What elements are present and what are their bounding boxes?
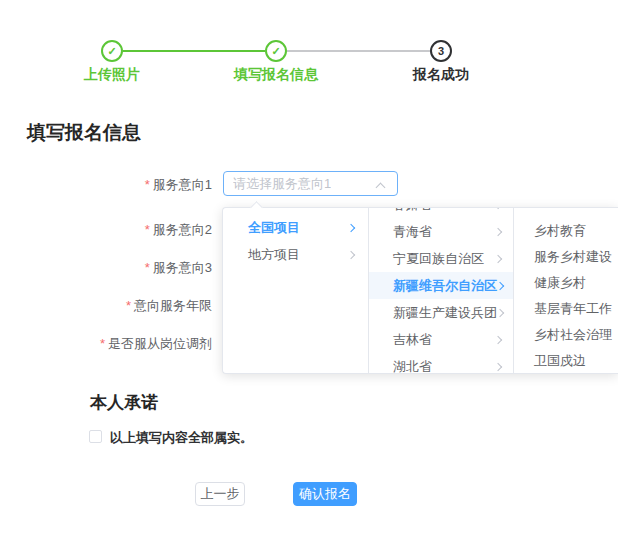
menu-item-border-defense[interactable]: 卫国戍边 bbox=[514, 348, 618, 373]
check-icon: ✓ bbox=[271, 46, 280, 57]
stepper-connector-1 bbox=[123, 50, 265, 52]
menu-item-xinjiang-corps[interactable]: 新疆生产建设兵团 bbox=[369, 299, 513, 326]
chevron-right-icon bbox=[494, 227, 502, 235]
menu-item-local-project[interactable]: 地方项目 bbox=[223, 241, 368, 268]
cascader-column-province: 甘肃省 青海省 宁夏回族自治区 新疆维吾尔自治区 新疆生产建设兵团 bbox=[369, 208, 514, 373]
province-list: 甘肃省 青海省 宁夏回族自治区 新疆维吾尔自治区 新疆生产建设兵团 bbox=[369, 208, 513, 373]
check-icon: ✓ bbox=[107, 46, 116, 57]
promise-checkbox[interactable] bbox=[89, 430, 102, 443]
menu-item-national-project[interactable]: 全国项目 bbox=[223, 214, 368, 241]
chevron-right-icon bbox=[496, 308, 504, 316]
menu-item-grassroots-youth-work[interactable]: 基层青年工作 bbox=[514, 296, 618, 322]
menu-item-rural-social-governance[interactable]: 乡村社会治理 bbox=[514, 322, 618, 348]
field-label-service-years: *意向服务年限 bbox=[126, 297, 212, 315]
registration-page: ✓ ✓ 3 上传照片 填写报名信息 报名成功 填写报名信息 *服务意向1 *服务… bbox=[0, 0, 618, 533]
page-title: 填写报名信息 bbox=[27, 120, 141, 146]
previous-step-button[interactable]: 上一步 bbox=[195, 482, 245, 506]
step-3-label: 报名成功 bbox=[413, 66, 469, 84]
step-3-number: 3 bbox=[438, 46, 444, 57]
chevron-right-icon bbox=[494, 362, 502, 370]
chevron-right-icon bbox=[494, 254, 502, 262]
required-asterisk: * bbox=[126, 298, 131, 313]
chevron-right-icon bbox=[347, 223, 355, 231]
menu-item-rural-construction[interactable]: 服务乡村建设 bbox=[514, 244, 618, 270]
menu-item-xinjiang[interactable]: 新疆维吾尔自治区 bbox=[369, 272, 513, 299]
required-asterisk: * bbox=[100, 336, 105, 351]
select-placeholder: 请选择服务意向1 bbox=[233, 175, 331, 193]
confirm-registration-button[interactable]: 确认报名 bbox=[293, 482, 357, 506]
promise-checkbox-label[interactable]: 以上填写内容全部属实。 bbox=[110, 429, 253, 447]
menu-item-rural-education[interactable]: 乡村教育 bbox=[514, 218, 618, 244]
step-2-circle: ✓ bbox=[265, 40, 287, 62]
step-3-circle: 3 bbox=[430, 40, 452, 62]
field-label-service-intent-2: *服务意向2 bbox=[145, 221, 212, 239]
service-intent-1-select[interactable]: 请选择服务意向1 bbox=[223, 171, 398, 196]
menu-item-province-clipped[interactable]: 甘肃省 bbox=[369, 208, 513, 218]
promise-section-title: 本人承诺 bbox=[90, 391, 158, 414]
step-2-label: 填写报名信息 bbox=[234, 66, 318, 84]
step-1-label: 上传照片 bbox=[84, 66, 140, 84]
menu-item-hubei[interactable]: 湖北省 bbox=[369, 353, 513, 373]
chevron-right-icon bbox=[494, 335, 502, 343]
menu-item-jilin[interactable]: 吉林省 bbox=[369, 326, 513, 353]
required-asterisk: * bbox=[145, 177, 150, 192]
required-asterisk: * bbox=[145, 260, 150, 275]
menu-item-healthy-village[interactable]: 健康乡村 bbox=[514, 270, 618, 296]
chevron-right-icon bbox=[496, 281, 504, 289]
field-label-service-intent-3: *服务意向3 bbox=[145, 259, 212, 277]
field-label-obey-adjustment: *是否服从岗位调剂 bbox=[100, 335, 212, 353]
menu-item-ningxia[interactable]: 宁夏回族自治区 bbox=[369, 245, 513, 272]
cascader-dropdown: 全国项目 地方项目 甘肃省 青海省 宁夏回族自治区 bbox=[222, 207, 618, 374]
cascader-column-project-type: 全国项目 地方项目 bbox=[223, 208, 369, 373]
chevron-right-icon bbox=[347, 250, 355, 258]
cascader-column-service-option: 乡村教育 服务乡村建设 健康乡村 基层青年工作 乡村社会治理 卫国戍边 bbox=[514, 208, 618, 373]
required-asterisk: * bbox=[145, 222, 150, 237]
chevron-up-icon[interactable] bbox=[376, 183, 386, 193]
step-1-circle: ✓ bbox=[101, 40, 123, 62]
field-label-service-intent-1: *服务意向1 bbox=[145, 176, 212, 194]
menu-item-qinghai[interactable]: 青海省 bbox=[369, 218, 513, 245]
chevron-right-icon bbox=[494, 208, 502, 209]
stepper-connector-2 bbox=[287, 50, 430, 52]
